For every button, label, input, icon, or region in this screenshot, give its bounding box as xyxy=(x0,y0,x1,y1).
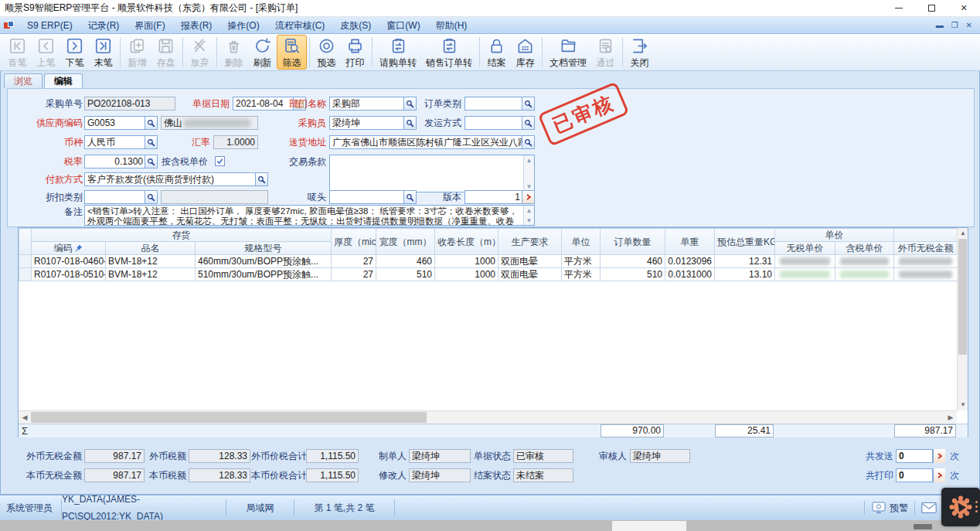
currency-field[interactable]: 人民币 xyxy=(84,135,158,149)
scrollbar-thumb[interactable] xyxy=(958,239,967,355)
grid-cell[interactable]: 510mm/30um/BOPP预涂触... xyxy=(196,268,332,281)
supplier-code-field[interactable]: G0053 xyxy=(84,116,158,130)
tab-edit[interactable]: 编辑 xyxy=(44,73,83,88)
grid-row-2[interactable]: R0107-018-0510-...BVM-18+12510mm/30um/BO… xyxy=(19,268,958,281)
lookup-icon[interactable] xyxy=(145,136,157,148)
menu-item-8[interactable]: 帮助(H) xyxy=(428,17,475,34)
print-count-field[interactable]: 0 xyxy=(896,468,933,482)
grid-cell[interactable] xyxy=(775,268,835,281)
discount-type-field[interactable] xyxy=(84,190,158,204)
restore-button[interactable] xyxy=(915,0,948,17)
lookup-icon[interactable] xyxy=(522,136,534,148)
grid-cell[interactable]: R0107-018-0510-... xyxy=(32,268,106,281)
ship-method-field[interactable] xyxy=(464,116,535,130)
menu-item-2[interactable]: 界面(F) xyxy=(127,17,172,34)
grid-cell[interactable]: 460 xyxy=(601,255,665,268)
grid-cell[interactable]: 460mm/30um/BOPP预涂触... xyxy=(196,255,332,268)
dept-field[interactable]: 采购部 xyxy=(329,97,417,111)
grid-cell[interactable]: 27 xyxy=(332,268,376,281)
menu-item-3[interactable]: 报表(R) xyxy=(173,17,220,34)
toolbar-button-refresh[interactable]: 刷新 xyxy=(248,35,277,70)
row-indicator[interactable] xyxy=(19,268,32,281)
spinner-icon[interactable] xyxy=(933,468,945,482)
menu-item-6[interactable]: 皮肤(S) xyxy=(332,17,379,34)
grid-cell[interactable]: 平方米 xyxy=(562,268,601,281)
spinner-icon[interactable] xyxy=(933,449,945,463)
menu-item-7[interactable]: 窗口(W) xyxy=(379,17,427,34)
toolbar-button-next[interactable]: 下笔 xyxy=(60,35,89,70)
grid-horizontal-scrollbar[interactable]: ◀ ▶ xyxy=(19,410,957,424)
grid-cell[interactable] xyxy=(894,255,958,268)
lookup-icon[interactable] xyxy=(403,117,416,129)
menu-item-0[interactable]: S9 ERP(E) xyxy=(19,17,80,34)
lookup-icon[interactable] xyxy=(522,117,534,129)
toolbar-button-last[interactable]: 末笔 xyxy=(89,35,117,70)
grid-cell[interactable]: 12.31 xyxy=(715,255,775,268)
grid-cell[interactable]: 13.10 xyxy=(715,268,775,281)
grid-cell[interactable]: 27 xyxy=(332,255,376,268)
grid-cell[interactable] xyxy=(775,255,835,268)
menu-item-5[interactable]: 流程审核(C) xyxy=(267,17,333,34)
grid-cell[interactable]: BVM-18+12 xyxy=(106,255,196,268)
trade-terms-field[interactable]: ▲▼ xyxy=(329,155,535,192)
toolbar-button-preview[interactable]: 预选 xyxy=(312,35,341,70)
mdi-minimize-button[interactable]: ▬ xyxy=(936,21,944,29)
grid-cell[interactable]: 0.0123096 xyxy=(665,255,715,268)
minimize-button[interactable] xyxy=(883,0,915,17)
toolbar-button-transfer2[interactable]: 销售订单转 xyxy=(421,35,477,70)
close-button[interactable]: ✕ xyxy=(948,0,980,17)
menu-item-4[interactable]: 操作(O) xyxy=(219,17,267,34)
toolbar-button-inventory[interactable]: 库存 xyxy=(511,35,539,70)
delivery-address-field[interactable]: 广东省佛山市顺德区陈村镇广隆工业区兴业八路9号之一 xyxy=(329,135,535,149)
grid-cell[interactable]: 平方米 xyxy=(562,255,601,268)
tab-browse[interactable]: 浏览 xyxy=(4,73,43,88)
screen-recorder-overlay[interactable] xyxy=(941,488,980,526)
grid-cell[interactable]: 1000 xyxy=(435,255,499,268)
grid-cell[interactable]: 双面电晕 xyxy=(499,268,562,281)
toolbar-button-print[interactable]: 打印 xyxy=(341,35,369,70)
grid-cell[interactable]: R0107-018-0460-... xyxy=(32,255,106,268)
menu-item-1[interactable]: 记录(R) xyxy=(80,17,128,34)
grid-cell[interactable]: 460 xyxy=(376,255,435,268)
grid-cell[interactable]: 1000 xyxy=(435,268,499,281)
lookup-icon[interactable] xyxy=(145,191,157,203)
lookup-icon[interactable] xyxy=(145,155,157,168)
row-indicator[interactable] xyxy=(19,255,32,268)
remark-field[interactable]: <销售订单>转入注意： 出口国外订单， 厚度要够27mic, 胶面电晕值≥38；… xyxy=(84,205,535,226)
more-options-icon[interactable] xyxy=(975,501,978,512)
grid-vertical-scrollbar[interactable]: ▲ ▼ xyxy=(957,228,968,410)
payment-method-field[interactable]: 客户齐款发货(供应商货到付款) xyxy=(84,172,268,186)
tax-rate-field[interactable]: 0.1300 xyxy=(84,155,158,168)
lookup-icon[interactable] xyxy=(403,191,416,203)
textarea-scrollbar[interactable]: ▲▼ xyxy=(523,155,534,192)
sent-count-field[interactable]: 0 xyxy=(896,449,933,463)
mdi-restore-button[interactable]: ❐ xyxy=(951,21,958,29)
lookup-icon[interactable] xyxy=(255,173,267,186)
grid-cell[interactable]: BVM-18+12 xyxy=(106,268,196,281)
toolbar-button-folder[interactable]: 文档管理 xyxy=(545,35,591,70)
toolbar-button-lock[interactable]: 结案 xyxy=(482,35,511,70)
mdi-close-button[interactable]: ✕ xyxy=(966,21,972,29)
toolbar-button-filter[interactable]: 筛选 xyxy=(277,35,307,70)
lookup-icon[interactable] xyxy=(145,117,157,129)
lookup-icon[interactable] xyxy=(403,97,416,110)
tax-included-checkbox[interactable] xyxy=(215,156,225,166)
grid-cell[interactable] xyxy=(894,268,958,281)
buyer-field[interactable]: 梁绮坤 xyxy=(329,116,417,130)
grid-cell[interactable] xyxy=(835,255,894,268)
order-type-field[interactable] xyxy=(464,97,535,111)
scrollbar-thumb[interactable] xyxy=(31,412,427,423)
grid-row-1[interactable]: R0107-018-0460-...BVM-18+12460mm/30um/BO… xyxy=(19,255,958,268)
mail-icon[interactable] xyxy=(921,502,937,513)
alert-label[interactable]: 预警 xyxy=(890,502,908,515)
spinner-icon[interactable] xyxy=(522,191,534,203)
grid-cell[interactable]: 0.0131000 xyxy=(665,268,715,281)
grid-cell[interactable]: 双面电晕 xyxy=(499,255,562,268)
grid-cell[interactable]: 510 xyxy=(601,268,665,281)
textarea-scrollbar[interactable]: ▲▼ xyxy=(523,206,534,225)
toolbar-button-exit[interactable]: 关闭 xyxy=(625,35,654,70)
version-field[interactable]: 1 xyxy=(464,190,535,204)
shipping-mark-field[interactable] xyxy=(329,190,417,204)
grid-cell[interactable] xyxy=(835,268,894,281)
alert-monitor-icon[interactable] xyxy=(871,502,886,514)
